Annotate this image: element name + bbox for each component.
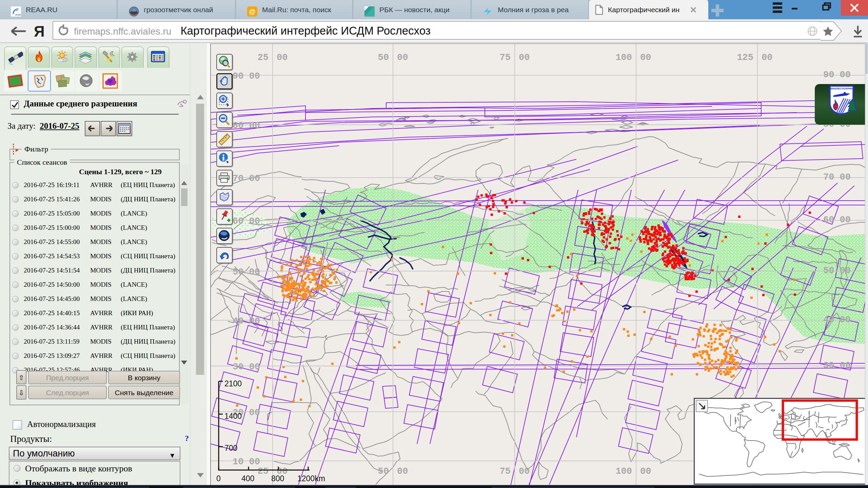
svg-text:Я: Я xyxy=(34,23,45,40)
svg-text:30 00: 30 00 xyxy=(233,362,260,372)
svg-text:00: 00 xyxy=(397,53,408,63)
svg-text:75: 75 xyxy=(500,53,511,63)
svg-text:30 00: 30 00 xyxy=(823,361,851,371)
svg-text:700: 700 xyxy=(224,444,237,452)
svg-text:70 00: 70 00 xyxy=(233,174,260,184)
svg-text:80 00: 80 00 xyxy=(233,121,260,131)
svg-text:АЭА: АЭА xyxy=(15,13,21,16)
svg-text:40 00: 40 00 xyxy=(233,316,260,326)
svg-text:00: 00 xyxy=(519,53,530,63)
svg-text:800: 800 xyxy=(271,474,284,483)
svg-text:0: 0 xyxy=(216,474,221,483)
svg-text:50 00: 50 00 xyxy=(233,267,260,277)
svg-text:50 00: 50 00 xyxy=(823,266,851,276)
svg-text:00: 00 xyxy=(762,53,772,63)
svg-text:1200km: 1200km xyxy=(297,474,325,483)
svg-text:400: 400 xyxy=(241,474,254,483)
svg-text:75: 75 xyxy=(500,466,511,476)
svg-text:@: @ xyxy=(249,8,256,15)
svg-text:60 00: 60 00 xyxy=(233,216,260,226)
svg-text:10 00: 10 00 xyxy=(233,457,260,467)
svg-text:25: 25 xyxy=(258,466,269,476)
svg-text:100: 100 xyxy=(615,466,632,476)
svg-text:АВИАЛЕСООХРАНА: АВИАЛЕСООХРАНА xyxy=(828,87,855,90)
svg-text:00: 00 xyxy=(640,466,651,476)
svg-text:00: 00 xyxy=(519,466,530,476)
svg-text:40 00: 40 00 xyxy=(823,315,851,325)
svg-text:100: 100 xyxy=(615,53,632,63)
svg-text:2100: 2100 xyxy=(224,379,242,388)
svg-text:00: 00 xyxy=(640,53,651,63)
svg-text:125: 125 xyxy=(737,53,753,63)
svg-text:00: 00 xyxy=(397,466,408,476)
svg-text:60 00: 60 00 xyxy=(823,215,851,225)
svg-text:90 00: 90 00 xyxy=(233,71,260,81)
svg-text:00: 00 xyxy=(277,53,288,63)
svg-text:50: 50 xyxy=(378,53,389,63)
svg-text:1400: 1400 xyxy=(224,412,242,421)
svg-text:25: 25 xyxy=(258,53,269,63)
svg-text:50: 50 xyxy=(378,466,389,476)
svg-text:90 00: 90 00 xyxy=(823,70,851,80)
svg-text:70 00: 70 00 xyxy=(823,172,851,182)
